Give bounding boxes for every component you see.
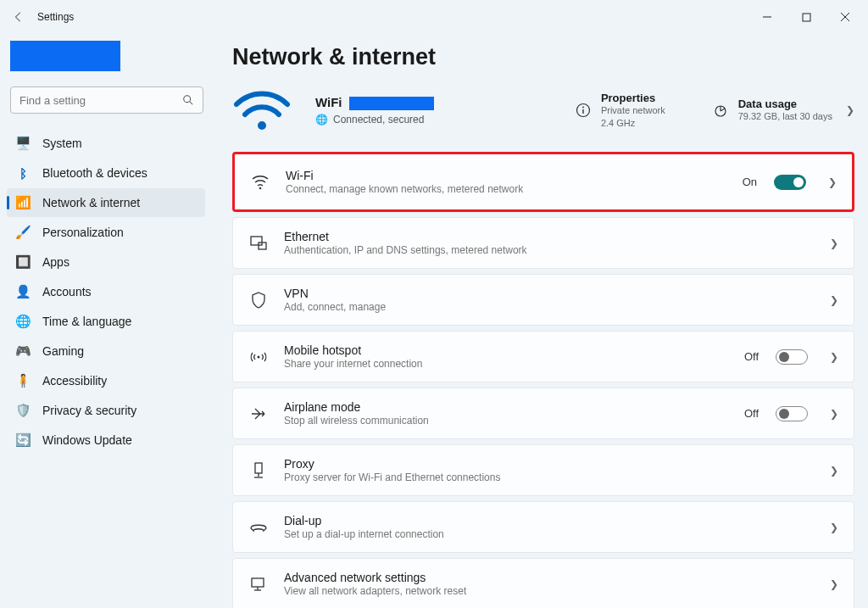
nav-label: System [42,137,82,150]
person-icon: 👤 [15,284,31,299]
toggle-label: Off [744,407,759,420]
card-sub: Share your internet connection [284,358,729,370]
chevron-right-icon: ❯ [846,104,854,116]
search-input[interactable] [19,94,182,107]
chevron-right-icon: ❯ [830,294,838,306]
apps-icon: 🔲 [15,254,31,270]
wifi-icon: 📶 [15,195,31,210]
nav-list: 🖥️System ᛒBluetooth & devices 📶Network &… [7,129,205,455]
nav-label: Windows Update [42,433,132,447]
card-title: Proxy [284,457,815,471]
card-title: Wi-Fi [286,169,727,182]
nav-accessibility[interactable]: 🧍Accessibility [7,366,205,395]
minimize-button[interactable] [748,2,787,32]
monitor-network-icon [248,577,269,592]
proxy-card[interactable]: Proxy Proxy server for Wi-Fi and Etherne… [232,444,854,496]
svg-point-4 [258,121,266,130]
svg-point-9 [259,187,262,189]
card-title: Airplane mode [284,400,729,414]
card-sub: View all network adapters, network reset [284,585,815,597]
globe-clock-icon: 🌐 [15,314,31,329]
svg-rect-13 [255,463,262,473]
card-sub: Connect, manage known networks, metered … [286,183,727,195]
data-usage-block[interactable]: Data usage 79.32 GB, last 30 days ❯ [713,98,854,122]
card-sub: Set up a dial-up internet connection [284,528,815,540]
maximize-button[interactable] [787,2,826,32]
main-content: Network & internet WiFi 🌐 Connected, sec… [212,34,868,608]
wifi-icon [250,175,270,190]
connection-name: WiFi [315,95,342,109]
card-sub: Authentication, IP and DNS settings, met… [284,244,815,256]
gamepad-icon: 🎮 [15,343,31,359]
airplane-icon [248,406,269,421]
hotspot-icon [248,350,269,364]
nav-update[interactable]: 🔄Windows Update [7,426,205,455]
nav-time[interactable]: 🌐Time & language [7,307,205,336]
vpn-card[interactable]: VPN Add, connect, manage ❯ [232,274,854,326]
svg-point-6 [582,107,584,109]
nav-label: Personalization [42,226,124,239]
svg-rect-16 [252,578,264,587]
nav-label: Privacy & security [42,404,136,417]
chevron-right-icon: ❯ [830,237,838,249]
nav-bluetooth[interactable]: ᛒBluetooth & devices [7,159,205,187]
card-title: Advanced network settings [284,571,815,584]
accessibility-icon: 🧍 [15,373,31,388]
svg-point-2 [184,96,191,103]
proxy-icon [248,462,269,479]
nav-personalization[interactable]: 🖌️Personalization [7,218,205,247]
dialup-card[interactable]: Dial-up Set up a dial-up internet connec… [232,501,854,553]
hotspot-toggle[interactable] [776,349,808,365]
toggle-label: On [743,176,757,188]
wifi-card[interactable]: Wi-Fi Connect, manage known networks, me… [232,152,854,212]
card-title: Dial-up [284,514,815,527]
monitor-icon: 🖥️ [15,136,31,151]
chevron-right-icon: ❯ [830,522,838,533]
brush-icon: 🖌️ [15,225,31,240]
svg-rect-10 [251,237,262,245]
usage-line1: 79.32 GB, last 30 days [738,110,832,122]
connection-status-row: WiFi 🌐 Connected, secured Properties Pri… [232,89,854,131]
back-button[interactable] [3,2,34,32]
globe-icon: 🌐 [315,114,328,126]
toggle-label: Off [744,350,759,363]
sidebar: 🖥️System ᛒBluetooth & devices 📶Network &… [0,34,212,608]
update-icon: 🔄 [15,432,31,448]
card-sub: Stop all wireless communication [284,415,729,427]
pie-icon [713,103,728,118]
ethernet-card[interactable]: Ethernet Authentication, IP and DNS sett… [232,217,854,269]
svg-rect-1 [803,14,810,21]
card-title: Mobile hotspot [284,343,729,357]
airplane-toggle[interactable] [776,406,808,421]
nav-privacy[interactable]: 🛡️Privacy & security [7,396,205,425]
close-button[interactable] [826,2,865,32]
hotspot-card[interactable]: Mobile hotspot Share your internet conne… [232,331,854,382]
airplane-card[interactable]: Airplane mode Stop all wireless communic… [232,388,854,439]
info-icon [576,103,591,118]
ssid-redacted [349,97,434,110]
usage-title: Data usage [738,98,832,110]
nav-accounts[interactable]: 👤Accounts [7,277,205,306]
phone-icon [248,522,269,533]
card-sub: Add, connect, manage [284,301,815,313]
nav-apps[interactable]: 🔲Apps [7,248,205,276]
nav-gaming[interactable]: 🎮Gaming [7,337,205,365]
page-title: Network & internet [232,44,854,70]
nav-system[interactable]: 🖥️System [7,129,205,158]
wifi-toggle[interactable] [774,175,806,190]
bluetooth-icon: ᛒ [15,165,31,181]
search-box[interactable] [10,86,203,114]
chevron-right-icon: ❯ [830,578,838,590]
user-account-block[interactable] [10,41,120,71]
svg-point-12 [258,355,260,358]
connection-text: WiFi 🌐 Connected, secured [315,95,434,126]
window-controls [748,2,865,32]
advanced-card[interactable]: Advanced network settings View all netwo… [232,558,854,608]
nav-network[interactable]: 📶Network & internet [7,188,205,217]
wifi-large-icon [232,89,292,131]
nav-label: Accessibility [42,374,107,388]
properties-block[interactable]: Properties Private network 2.4 GHz [576,92,665,129]
chevron-right-icon: ❯ [830,408,838,420]
card-title: Ethernet [284,230,815,243]
titlebar: Settings [0,0,868,34]
